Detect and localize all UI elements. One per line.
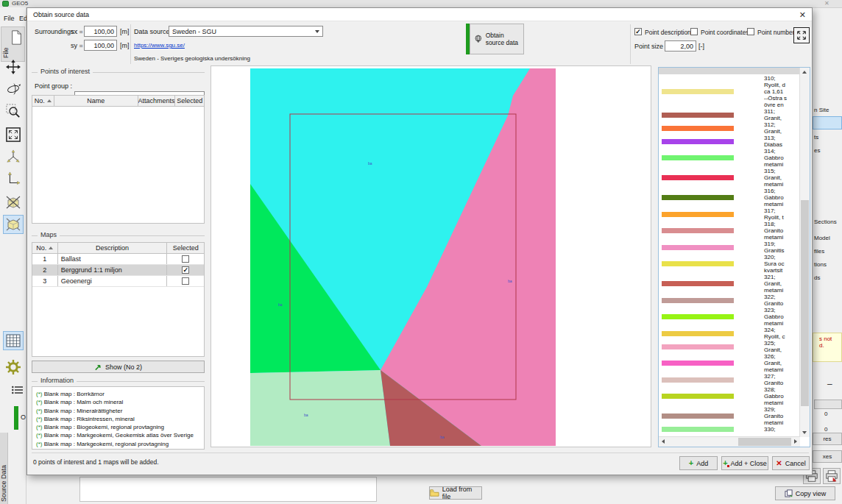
hide-model-icon[interactable]	[3, 193, 24, 212]
col-description[interactable]: Description	[58, 243, 168, 253]
col-selected[interactable]: Selected	[167, 243, 204, 253]
frame-item-construction-site[interactable]: n Site	[814, 107, 829, 113]
legend-color-bar	[662, 261, 734, 266]
button-fragment-xes[interactable]: xes	[813, 450, 842, 463]
scroll-up-icon[interactable]	[802, 71, 807, 74]
legend-horizontal-scrollbar[interactable]	[659, 436, 800, 447]
menu-file[interactable]: File	[4, 15, 15, 22]
frame-item-sections[interactable]: Sections	[814, 219, 837, 225]
partial-button[interactable]	[814, 400, 842, 409]
maps-table-row[interactable]: 3Geoenergi	[32, 276, 204, 287]
map-row-selected-cell[interactable]	[167, 254, 204, 264]
point-description-checkbox[interactable]: ✓	[634, 28, 642, 35]
legend-entry: 315;Granit,metami	[662, 168, 791, 188]
scroll-down-icon[interactable]	[802, 431, 807, 434]
col-name[interactable]: Name	[54, 96, 138, 106]
map-view[interactable]: bababababa	[210, 65, 651, 447]
fullscreen-button[interactable]	[793, 27, 810, 43]
legend-vertical-scrollbar[interactable]	[799, 68, 810, 437]
map-selected-checkbox[interactable]	[182, 255, 189, 263]
sy-input[interactable]: 100,00	[84, 40, 117, 51]
cancel-x-icon: ✕	[776, 460, 782, 467]
obtain-source-data-dialog: Obtain source data ✕ Surroundings : sx =…	[26, 7, 813, 475]
new-document-icon	[10, 30, 23, 48]
information-item: (*) Blank map : Borrkärnor	[36, 390, 200, 398]
axes-3d-icon[interactable]	[3, 147, 24, 166]
scrollbar-thumb[interactable]	[801, 200, 809, 406]
frames-list-icon[interactable]	[12, 384, 24, 397]
frame-item-selected[interactable]	[813, 116, 842, 129]
table-view-icon[interactable]	[3, 331, 24, 350]
legend-entry: 311;Granit,	[662, 108, 791, 121]
window-close-icon[interactable]: ✕	[824, 0, 829, 7]
legend-entry-text: 312;Granit,	[764, 121, 782, 135]
pan-tool-icon[interactable]	[3, 57, 24, 77]
legend-entry-text: 329;Granitometami	[764, 406, 783, 426]
source-link[interactable]: https://www.sgu.se/	[134, 42, 185, 49]
scroll-right-icon[interactable]	[794, 439, 797, 444]
settings-gear-icon[interactable]	[3, 358, 24, 377]
dialog-close-icon[interactable]: ✕	[799, 10, 806, 20]
legend-color-bar	[662, 195, 734, 200]
show-button[interactable]: Show (No 2)	[32, 361, 205, 373]
frame-item-sections2[interactable]: tions	[814, 261, 827, 268]
source-data-tab[interactable]: Source Data	[0, 433, 8, 504]
background-text-area[interactable]	[79, 477, 377, 502]
maps-table-row[interactable]: 1Ballast	[32, 254, 204, 265]
col-selected[interactable]: Selected	[175, 96, 204, 106]
col-attachments[interactable]: Attachments	[138, 96, 176, 106]
col-no[interactable]: No.	[32, 243, 58, 253]
legend-entry: 325;Granit,	[662, 340, 791, 353]
frame-item-profiles[interactable]: files	[814, 248, 824, 255]
divider	[130, 24, 131, 64]
frame-item-points[interactable]: ts	[814, 134, 818, 141]
points-of-interest-table[interactable]: No. Name Attachments Selected	[32, 95, 205, 224]
legend-color-bar	[662, 139, 734, 144]
frame-item-boreholes[interactable]: es	[814, 147, 820, 154]
sy-label: sy =	[71, 42, 83, 49]
button-fragment-res[interactable]: res	[813, 433, 842, 445]
map-row-selected-cell[interactable]: ✓	[167, 265, 204, 275]
copy-view-button[interactable]: Copy view	[775, 486, 835, 500]
menu-edit[interactable]: Ed	[19, 15, 26, 22]
axes-2d-icon[interactable]	[3, 169, 24, 188]
cancel-button[interactable]: ✕Cancel	[772, 456, 810, 470]
data-source-dropdown[interactable]: Sweden - SGU	[169, 26, 323, 37]
frame-item-model[interactable]: Model	[814, 235, 830, 241]
col-no[interactable]: No.	[32, 96, 54, 106]
map-row-selected-cell[interactable]	[167, 276, 204, 286]
map-region-label: ba	[368, 162, 372, 166]
sx-input[interactable]: 100,00	[84, 26, 117, 37]
obtain-source-data-button[interactable]: Obtain source data	[470, 24, 524, 54]
map-selected-checkbox[interactable]	[182, 277, 189, 285]
legend-entry-text: 311;Granit,	[764, 108, 782, 121]
add-button[interactable]: +Add	[679, 456, 718, 470]
legend-color-bar	[662, 113, 734, 118]
geological-map	[250, 68, 556, 446]
legend-entry-text: 317;Ryolit, t	[764, 207, 784, 221]
add-close-button[interactable]: + Add + Close	[721, 456, 768, 470]
legend-color-bar	[662, 377, 734, 383]
maps-table-row[interactable]: 2Berggrund 1:1 miljon✓	[32, 265, 204, 276]
information-item: (*) Blank map : Malm och mineral	[36, 398, 200, 406]
file-vertical-tab[interactable]: File	[1, 26, 25, 62]
scrollbar-thumb[interactable]	[738, 438, 791, 446]
legend-entry-text: 323;Gabbrometami	[764, 307, 784, 327]
print-preview-button[interactable]	[823, 468, 841, 484]
point-number-checkbox[interactable]	[747, 28, 754, 35]
show-model-icon[interactable]	[3, 215, 24, 234]
map-selected-checkbox[interactable]: ✓	[182, 266, 189, 274]
scroll-left-icon[interactable]	[662, 439, 665, 444]
dialog-title-bar[interactable]: Obtain source data ✕	[27, 8, 812, 21]
fit-to-screen-icon[interactable]	[3, 125, 24, 144]
point-coordinates-checkbox[interactable]	[690, 28, 698, 35]
zoom-select-icon[interactable]	[3, 102, 24, 121]
app-title: GEO5	[12, 0, 28, 7]
map-region-pale-green	[250, 370, 390, 446]
load-from-file-button[interactable]: Load from file	[429, 486, 482, 500]
rotate-view-icon[interactable]	[3, 79, 24, 99]
collapse-minus[interactable]: –	[827, 379, 832, 389]
point-size-input[interactable]: 2,00	[665, 40, 696, 52]
frame-item-grids[interactable]: ds	[814, 274, 820, 281]
maps-table[interactable]: No. Description Selected 1Ballast2Berggr…	[32, 242, 205, 357]
